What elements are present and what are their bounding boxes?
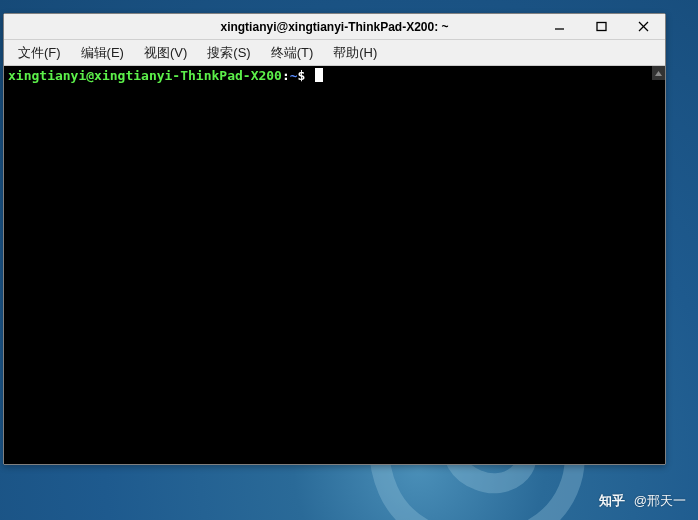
menu-help[interactable]: 帮助(H) bbox=[323, 41, 387, 65]
prompt-suffix: $ bbox=[298, 68, 306, 83]
menu-file[interactable]: 文件(F) bbox=[8, 41, 71, 65]
menu-terminal[interactable]: 终端(T) bbox=[261, 41, 324, 65]
zhihu-logo: 知乎 bbox=[596, 494, 628, 509]
menubar: 文件(F) 编辑(E) 视图(V) 搜索(S) 终端(T) 帮助(H) bbox=[4, 40, 665, 66]
menu-view[interactable]: 视图(V) bbox=[134, 41, 197, 65]
terminal-viewport: xingtianyi@xingtianyi-ThinkPad-X200:~$ bbox=[4, 66, 665, 464]
menu-edit[interactable]: 编辑(E) bbox=[71, 41, 134, 65]
maximize-icon bbox=[596, 21, 607, 32]
window-controls bbox=[539, 14, 663, 39]
terminal-window: xingtianyi@xingtianyi-ThinkPad-X200: ~ 文… bbox=[3, 13, 666, 465]
terminal-body[interactable]: xingtianyi@xingtianyi-ThinkPad-X200:~$ bbox=[4, 66, 665, 464]
svg-marker-4 bbox=[655, 71, 662, 76]
scrollbar-track[interactable] bbox=[652, 66, 665, 464]
prompt-path: ~ bbox=[290, 68, 298, 83]
watermark-text: @邢天一 bbox=[634, 492, 686, 510]
titlebar[interactable]: xingtianyi@xingtianyi-ThinkPad-X200: ~ bbox=[4, 14, 665, 40]
terminal-cursor bbox=[315, 68, 323, 82]
scroll-up-button[interactable] bbox=[652, 66, 665, 80]
watermark: 知乎 @邢天一 bbox=[596, 492, 686, 510]
window-title: xingtianyi@xingtianyi-ThinkPad-X200: ~ bbox=[220, 20, 448, 34]
menu-search[interactable]: 搜索(S) bbox=[197, 41, 260, 65]
minimize-button[interactable] bbox=[539, 16, 579, 38]
svg-rect-1 bbox=[597, 23, 606, 31]
close-button[interactable] bbox=[623, 16, 663, 38]
maximize-button[interactable] bbox=[581, 16, 621, 38]
chevron-up-icon bbox=[655, 71, 662, 76]
prompt-separator: : bbox=[282, 68, 290, 83]
prompt-user-host: xingtianyi@xingtianyi-ThinkPad-X200 bbox=[8, 68, 282, 83]
minimize-icon bbox=[554, 21, 565, 32]
close-icon bbox=[638, 21, 649, 32]
